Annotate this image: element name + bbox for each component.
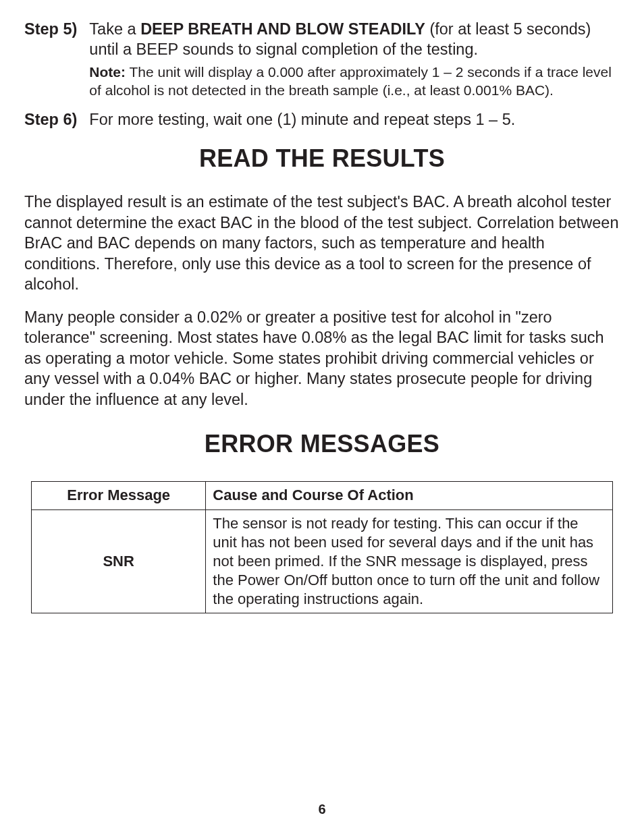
step-5: Step 5) Take a DEEP BREATH AND BLOW STEA…	[24, 19, 620, 100]
para-results-2: Many people consider a 0.02% or greater …	[24, 307, 620, 410]
table-header-row: Error Message Cause and Course Of Action	[32, 482, 613, 509]
step-5-bold: DEEP BREATH AND BLOW STEADILY	[140, 20, 425, 38]
step-6-label: Step 6)	[24, 109, 77, 130]
heading-errors: ERROR MESSAGES	[24, 430, 620, 458]
cell-error-message: SNR	[32, 509, 206, 613]
step-5-label: Step 5)	[24, 19, 77, 100]
step-5-note: Note: The unit will display a 0.000 afte…	[89, 63, 620, 100]
table-row: SNR The sensor is not ready for testing.…	[32, 509, 613, 613]
heading-results: READ THE RESULTS	[24, 144, 620, 173]
para-results-1: The displayed result is an estimate of t…	[24, 192, 620, 295]
col-cause: Cause and Course Of Action	[206, 482, 613, 509]
step-5-note-text: The unit will display a 0.000 after appr…	[89, 64, 612, 98]
step-6-body: For more testing, wait one (1) minute an…	[89, 109, 620, 130]
col-error-message: Error Message	[32, 482, 206, 509]
cell-cause: The sensor is not ready for testing. Thi…	[206, 509, 613, 613]
step-5-body: Take a DEEP BREATH AND BLOW STEADILY (fo…	[89, 19, 620, 100]
step-5-pre: Take a	[89, 20, 140, 38]
step-6: Step 6) For more testing, wait one (1) m…	[24, 109, 620, 130]
step-5-note-label: Note:	[89, 64, 126, 80]
page-number: 6	[0, 802, 644, 817]
error-table: Error Message Cause and Course Of Action…	[31, 481, 613, 613]
